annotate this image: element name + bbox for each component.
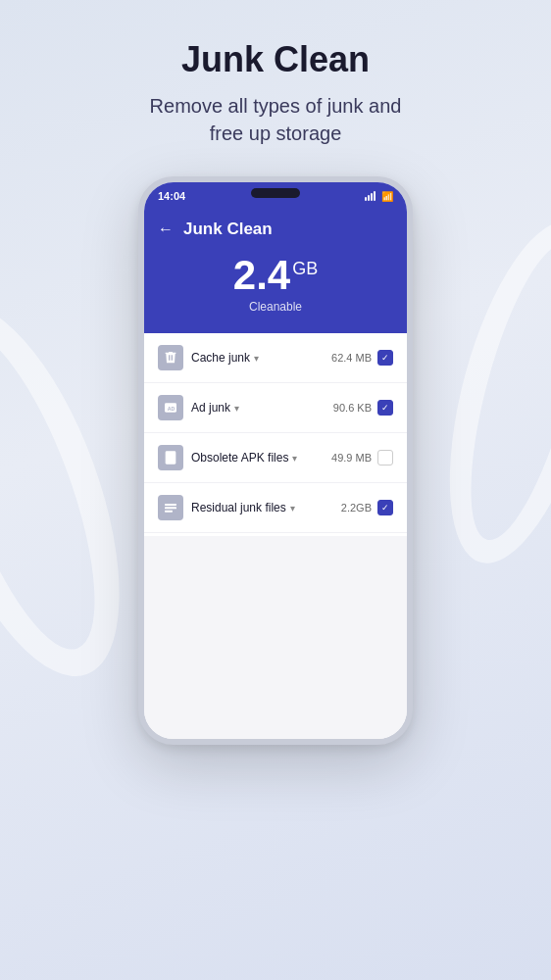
residual-checkbox[interactable] [377,500,393,515]
notch-pill [251,188,300,198]
ad-junk-checkbox[interactable] [377,400,393,416]
phone-frame: 14:04 📶 ← Junk Clean 2.4GB Cleanable [138,176,413,745]
cache-junk-right: 62.4 MB [331,350,393,366]
ad-junk-size: 90.6 KB [333,402,372,414]
app-title-row: ← Junk Clean [158,220,393,239]
junk-list: Cache junk ▾ 62.4 MB AD Ad junk ▾ 90.6 K… [144,333,407,536]
status-bar: 14:04 📶 [144,182,407,210]
list-item[interactable]: AD Ad junk ▾ 90.6 KB [144,383,407,433]
wifi-icon: 📶 [381,191,393,202]
cache-junk-icon [158,345,183,370]
residual-size: 2.2GB [341,502,372,514]
size-label: Cleanable [158,300,393,314]
ad-junk-label: Ad junk ▾ [191,401,333,415]
apk-icon [158,445,183,470]
signal-icon [365,191,376,201]
status-icons: 📶 [365,191,393,202]
back-button[interactable]: ← [158,220,174,238]
svg-text:AD: AD [168,406,175,412]
apk-label: Obsolete APK files ▾ [191,451,331,465]
phone-bottom-space [144,536,407,739]
apk-right: 49.9 MB [331,450,393,466]
phone-mockup: 14:04 📶 ← Junk Clean 2.4GB Cleanable [138,176,413,745]
residual-right: 2.2GB [341,500,393,515]
cache-junk-checkbox[interactable] [377,350,393,366]
page-subtitle: Remove all types of junk andfree up stor… [150,92,402,147]
residual-label: Residual junk files ▾ [191,501,341,514]
svg-rect-8 [165,511,173,513]
svg-rect-7 [165,507,176,509]
page-title: Junk Clean [150,39,402,80]
residual-icon [158,495,183,520]
list-item[interactable]: Residual junk files ▾ 2.2GB [144,483,407,533]
svg-rect-6 [165,504,176,506]
size-display: 2.4GB Cleanable [158,255,393,314]
list-item[interactable]: Obsolete APK files ▾ 49.9 MB [144,433,407,483]
app-header: ← Junk Clean 2.4GB Cleanable [144,210,407,333]
header-section: Junk Clean Remove all types of junk andf… [111,0,441,167]
ad-junk-right: 90.6 KB [333,400,393,416]
app-header-title: Junk Clean [183,220,273,239]
size-number: 2.4GB [158,255,393,296]
status-time: 14:04 [158,190,185,202]
apk-checkbox[interactable] [377,450,393,466]
list-item[interactable]: Cache junk ▾ 62.4 MB [144,333,407,383]
ad-junk-icon: AD [158,395,183,420]
cache-junk-label: Cache junk ▾ [191,351,331,365]
size-unit: GB [292,259,318,278]
cache-junk-size: 62.4 MB [331,352,372,364]
apk-size: 49.9 MB [331,452,372,464]
